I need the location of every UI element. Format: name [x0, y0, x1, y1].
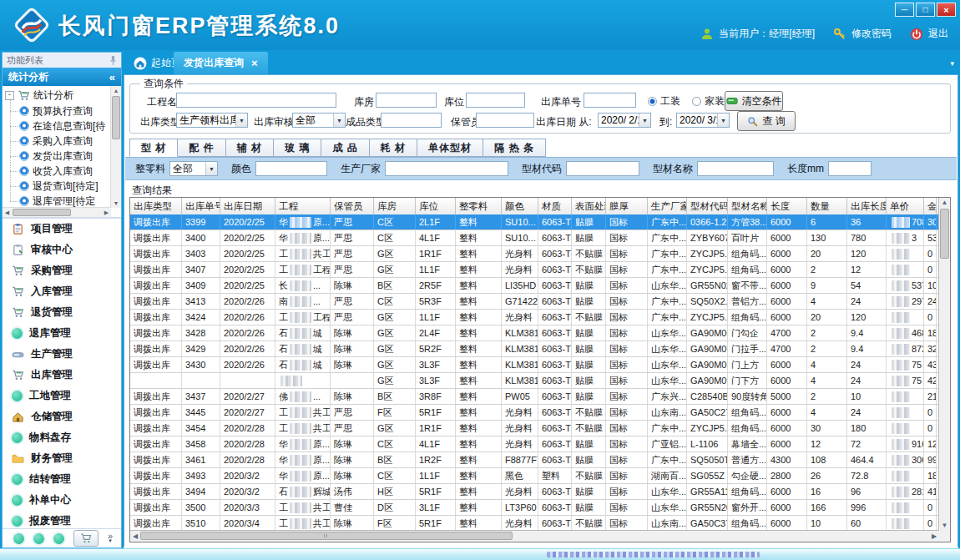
sidebar-item-clipboard[interactable]: 项目管理	[3, 219, 121, 240]
tree-item[interactable]: 预算执行查询	[9, 103, 110, 119]
column-header[interactable]: 出库长度	[847, 198, 887, 214]
column-header[interactable]: 单价	[887, 198, 924, 214]
table-row[interactable]: 调拨出库34242020/2/26工工程严思G区1L1F整料光身料6063-T5…	[130, 310, 939, 325]
table-row[interactable]: 调拨出库34372020/2/27佛...陈琳B区3R8F整料PW056063-…	[130, 389, 939, 405]
more-menus-button[interactable]: »▾	[108, 534, 113, 542]
column-header[interactable]: 材质	[538, 198, 572, 214]
material-tab[interactable]: 玻 璃	[274, 139, 321, 157]
tree-item[interactable]: 退库管理[待定	[9, 194, 110, 208]
radio-industrial[interactable]	[648, 97, 657, 106]
profile-code-input[interactable]	[566, 161, 639, 176]
column-header[interactable]: 型材名称	[728, 198, 767, 214]
tree-root-statistics[interactable]: -统计分析	[5, 88, 110, 103]
sidebar-item-circle[interactable]: 结转管理	[3, 469, 121, 490]
length-input[interactable]	[828, 161, 872, 176]
overflow-item-icon[interactable]	[13, 533, 24, 544]
overflow-item-icon[interactable]	[53, 533, 64, 544]
radio-home[interactable]	[692, 97, 701, 106]
tree-item[interactable]: 收货入库查询	[9, 164, 110, 179]
table-row[interactable]: 调拨出库34932020/3/2华原...陈琳C区1L1F整料黑色塑料不贴膜国标…	[130, 468, 939, 484]
tree-horizontal-scrollbar[interactable]: ◀ ▶	[3, 207, 111, 217]
color-input[interactable]	[255, 161, 327, 176]
sidebar-group-header[interactable]: 统计分析 «	[3, 68, 121, 86]
sidebar-item-cart[interactable]: 入库管理	[3, 281, 121, 302]
overflow-item-icon[interactable]	[33, 533, 44, 544]
column-header[interactable]: 颜色	[502, 198, 538, 214]
table-vertical-scrollbar[interactable]: ▲ ▼	[938, 198, 950, 531]
profile-name-input[interactable]	[697, 161, 774, 176]
tree-item[interactable]: 发货出库查询	[9, 149, 110, 164]
sidebar-item-folder[interactable]: 财务管理	[3, 448, 121, 469]
sidebar-item-circle[interactable]: 物料盘存	[3, 427, 121, 448]
sidebar-item-clipboard2[interactable]: 审核中心	[3, 240, 121, 260]
sidebar-item-cart[interactable]: 采购管理	[3, 260, 121, 281]
tree-item[interactable]: 在途信息查询[待	[9, 119, 110, 134]
table-row[interactable]: 调拨出库34002020/2/25华原...严思C区4L1F整料SU10...6…	[130, 230, 939, 246]
column-header[interactable]: 工程	[275, 198, 331, 214]
sidebar-item-circle[interactable]: 工地管理	[3, 386, 121, 406]
material-tab[interactable]: 配 件	[178, 139, 225, 157]
audit-select[interactable]: 全部▼	[292, 113, 346, 128]
change-password-link[interactable]: 修改密码	[851, 27, 892, 41]
search-button[interactable]: 查 询	[737, 111, 796, 131]
table-row[interactable]: 调拨出库35002020/3/3工共工程曹佳D区3L1F整料LT3P606063…	[130, 500, 939, 516]
column-header[interactable]: 出库类型	[130, 198, 182, 214]
table-row[interactable]: 调拨出库34582020/2/28华原...陈琳C区4L1F整料光身料6063-…	[130, 436, 939, 452]
table-row[interactable]: 调拨出库34942020/3/2石辉城汤伟H区5R1F整料光身料6063-T5贴…	[130, 484, 939, 500]
table-row[interactable]: 调拨出库34032020/2/25工共工程严思G区1R1F整料光身料6063-T…	[130, 246, 939, 262]
column-header[interactable]: 长度	[767, 198, 807, 214]
table-horizontal-scrollbar[interactable]: ◀ ▶	[130, 530, 939, 542]
material-tab[interactable]: 隔 热 条	[483, 139, 546, 157]
sidebar-item-circle[interactable]: 补单中心	[3, 490, 121, 511]
minimize-button[interactable]: ─	[895, 3, 914, 17]
material-tab[interactable]: 成 品	[321, 139, 369, 157]
sidebar-item-cart[interactable]: 退货管理	[3, 302, 121, 323]
order-no-input[interactable]	[584, 93, 636, 108]
column-header[interactable]: 整零料	[456, 198, 502, 214]
material-tab[interactable]: 型 材	[129, 139, 178, 157]
pin-icon[interactable]	[109, 55, 117, 66]
column-header[interactable]: 表面处理	[572, 198, 606, 214]
tab-close-icon[interactable]: ×	[251, 57, 258, 69]
table-row[interactable]: 调拨出库34302020/2/26石城陈琳G区3L3F整料KLM38176063…	[130, 357, 939, 373]
keeper-input[interactable]	[476, 113, 534, 128]
cart-shortcut-button[interactable]	[73, 530, 99, 547]
material-tab[interactable]: 耗 材	[370, 139, 417, 157]
date-to-picker[interactable]: 2020/ 3/16▼	[676, 113, 730, 128]
table-row[interactable]: 调拨出库34092020/2/25长...陈琳B区2R5F整料LI35HD606…	[130, 278, 939, 294]
tree-vertical-scrollbar[interactable]: ▲ ▼	[110, 86, 121, 208]
sidebar-item-house[interactable]: 仓储管理	[3, 406, 121, 427]
column-header[interactable]: 库房	[374, 198, 416, 214]
column-header[interactable]: 库位	[416, 198, 456, 214]
product-type-input[interactable]	[381, 113, 442, 128]
column-header[interactable]: 型材代码	[687, 198, 728, 214]
table-row[interactable]: 调拨出库34132020/2/26南...严思C区5R3F整料G71422606…	[130, 294, 939, 310]
whole-part-select[interactable]: 全部▼	[169, 161, 218, 176]
column-header[interactable]: 生产厂家	[648, 198, 687, 214]
material-tab[interactable]: 单体型材	[417, 139, 483, 157]
location-input[interactable]	[466, 93, 525, 108]
table-row[interactable]: 调拨出库34072020/2/25工工程严思G区1L1F整料光身料6063-T5…	[130, 262, 939, 278]
table-row[interactable]: G区3L3F整料KLM38176063-T5贴膜国标山东华...GA90M09.…	[130, 373, 939, 389]
tree-item[interactable]: 退货查询[待定]	[9, 179, 110, 194]
sidebar-item-machine[interactable]: 生产管理	[3, 344, 121, 365]
column-header[interactable]: 出库单号	[182, 198, 220, 214]
out-type-select[interactable]: 生产领料出库▼	[176, 113, 248, 128]
table-row[interactable]: 调拨出库34542020/2/28工共工程严思G区1R1F整料光身料6063-T…	[130, 421, 939, 436]
column-header[interactable]: 金	[924, 198, 937, 214]
sidebar-item-cart[interactable]: 出库管理	[3, 365, 121, 386]
column-header[interactable]: 保管员	[331, 198, 374, 214]
tree-item[interactable]: 采购入库查询	[9, 134, 110, 149]
logout-link[interactable]: 退出	[928, 27, 948, 41]
table-row[interactable]: 调拨出库35102020/3/4工共工程陈琳F区5R1F整料光身料6063-T5…	[130, 516, 939, 531]
table-row[interactable]: 调拨出库34282020/2/26石城陈琳G区2L4F整料KLM38176063…	[130, 325, 939, 341]
warehouse-input[interactable]	[376, 93, 437, 108]
material-tab[interactable]: 辅 材	[226, 139, 274, 157]
date-from-picker[interactable]: 2020/ 2/16▼	[598, 113, 651, 128]
column-header[interactable]: 数量	[807, 198, 847, 214]
collapse-icon[interactable]: «	[109, 71, 115, 83]
clear-conditions-button[interactable]: 清空条件	[725, 91, 783, 111]
sidebar-item-circle[interactable]: 报废管理	[3, 511, 121, 529]
column-header[interactable]: 出库日期	[220, 198, 275, 214]
tab-list-dropdown-icon[interactable]: ▾	[950, 59, 954, 68]
